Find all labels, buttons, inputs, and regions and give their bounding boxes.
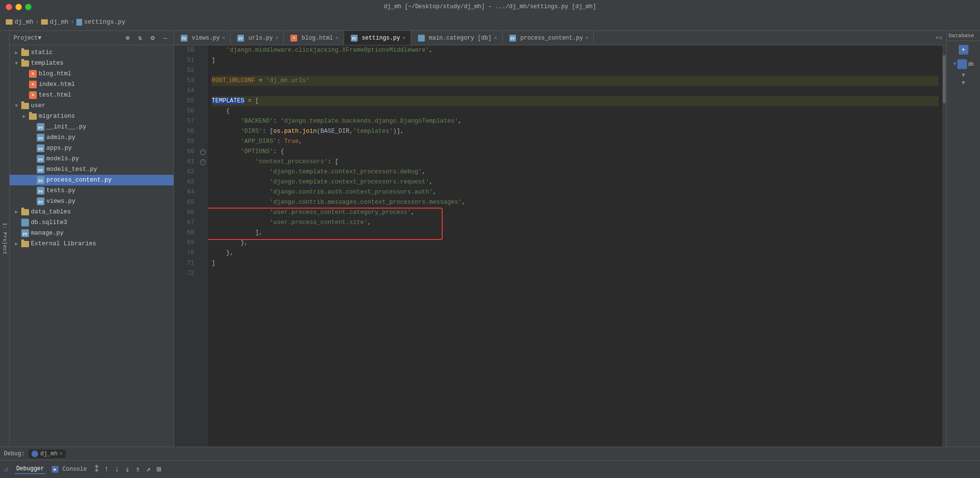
step-out-btn[interactable]: ⇑	[136, 464, 141, 474]
step-down-btn[interactable]: ↓	[115, 465, 119, 474]
folder-icon-data-tables	[21, 209, 29, 215]
gutter-60[interactable]	[198, 147, 208, 157]
gutter-65	[198, 197, 208, 208]
tab-close-blog[interactable]: ×	[335, 35, 339, 41]
tab-close-settings[interactable]: ×	[403, 35, 406, 41]
tab-close-urls[interactable]: ×	[275, 35, 279, 41]
folder-icon-user	[21, 103, 29, 109]
collapse-icon-60[interactable]	[200, 149, 206, 155]
tab-console[interactable]: Console	[60, 465, 88, 474]
tree-item-index-html[interactable]: H index.html	[10, 79, 173, 90]
editor-area: py views.py × py urls.py × H blog.html ×…	[174, 31, 946, 447]
bottom-panel: Debug: dj_mh × ↺ Debugger ▶ Console ⁑ ↑ …	[0, 447, 980, 478]
tree-item-manage[interactable]: py manage.py	[10, 228, 173, 239]
code-editor[interactable]: 50 51 52 53 54 55 56 57 58 59 60 61 62 6…	[174, 45, 946, 447]
db-icon-sqlite3	[21, 219, 29, 226]
sync-icon[interactable]: ⇅	[136, 34, 144, 42]
gutter-72	[198, 268, 208, 279]
code-line-70: },	[212, 248, 938, 258]
tree-item-init[interactable]: py __init__.py	[10, 122, 173, 132]
tab-main-category[interactable]: main.category [db] ×	[411, 31, 503, 45]
tree-arrow-static	[14, 50, 19, 56]
gutter-61[interactable]	[198, 157, 208, 167]
step-into-btn[interactable]: ⇓	[125, 464, 130, 474]
html-icon-index: H	[29, 81, 37, 88]
step-over-btn[interactable]: ⁑	[95, 464, 99, 474]
tree-item-migrations[interactable]: migrations	[10, 111, 173, 122]
tree-item-external-libs[interactable]: External Libraries	[10, 239, 173, 249]
code-line-58: 'DIRS': [os.path.join(BASE_DIR,'template…	[212, 127, 938, 137]
tab-close-process[interactable]: ×	[585, 35, 589, 41]
scrollbar-thumb[interactable]	[943, 55, 946, 103]
code-content[interactable]: 'django.middleware.clickjacking.XFrameOp…	[208, 45, 942, 447]
gutter-58	[198, 127, 208, 137]
debug-session[interactable]: dj_mh ×	[29, 450, 66, 458]
tab-close-views[interactable]: ×	[222, 35, 226, 41]
tree-item-db-sqlite3[interactable]: db.sqlite3	[10, 217, 173, 228]
tab-process-content[interactable]: py process_content.py ×	[503, 31, 594, 45]
recent-files-icon[interactable]: ▾≡	[936, 34, 942, 42]
collapse-icon-61[interactable]	[200, 159, 206, 165]
close-button[interactable]	[6, 4, 12, 10]
window-title: dj_mh [~/Desktop/study/dj_mh] – .../dj_m…	[384, 3, 596, 10]
add-content-icon[interactable]: ⊕	[123, 34, 132, 42]
breadcrumb-item-3[interactable]: settings.py	[76, 18, 126, 26]
code-line-59: 'APP_DIRS': True,	[212, 137, 938, 147]
code-gutter	[198, 45, 208, 447]
tab-blog-html[interactable]: H blog.html ×	[284, 31, 344, 45]
tree-item-user[interactable]: user	[10, 100, 173, 111]
tree-item-tests[interactable]: py tests.py	[10, 185, 173, 196]
py-icon-views: py	[37, 197, 44, 205]
py-icon-models-test: py	[37, 166, 44, 173]
tree-item-apps[interactable]: py apps.py	[10, 143, 173, 154]
vertical-project-tab[interactable]: 1: Project	[0, 31, 10, 447]
gutter-59	[198, 137, 208, 147]
breadcrumb-item-2[interactable]: dj_mh	[41, 18, 69, 26]
breadcrumb-item-1[interactable]: dj_mh	[6, 18, 33, 26]
console-tab-container: ▶ Console	[52, 465, 88, 474]
minimize-button[interactable]	[15, 4, 22, 10]
add-db-button[interactable]: +	[959, 45, 968, 55]
tree-item-test-html[interactable]: H test.html	[10, 90, 173, 100]
refresh-icon[interactable]: ↺	[4, 464, 9, 474]
minimize-panel-icon[interactable]: –	[161, 34, 170, 42]
step-right-btn[interactable]: ↗	[146, 464, 151, 474]
code-line-68: ],	[212, 228, 938, 238]
folder-icon-external-libs	[21, 241, 29, 247]
folder-icon-static	[21, 50, 29, 56]
tab-views-py[interactable]: py views.py ×	[174, 31, 231, 45]
tree-item-data-tables[interactable]: data_tables	[10, 207, 173, 217]
gutter-50	[198, 45, 208, 56]
tab-settings-py[interactable]: py settings.py ×	[344, 31, 411, 45]
debug-session-close[interactable]: ×	[59, 451, 63, 457]
settings-icon[interactable]: ⚙	[148, 34, 157, 42]
tree-item-models[interactable]: py models.py	[10, 154, 173, 164]
window-controls[interactable]	[6, 4, 31, 10]
scrollbar-track[interactable]	[942, 45, 946, 447]
code-line-57: 'BACKEND': 'django.template.backends.dja…	[212, 116, 938, 127]
main-area: 1: Project Project▼ ⊕ ⇅ ⚙ – static templ…	[0, 31, 980, 447]
sidebar-title[interactable]: Project▼	[14, 35, 119, 42]
tree-item-process-content[interactable]: py process_content.py	[10, 175, 173, 185]
tab-debugger[interactable]: Debugger	[14, 464, 46, 474]
gutter-55	[198, 96, 208, 106]
folder-icon	[6, 19, 13, 25]
tab-icon-urls: py	[237, 35, 244, 42]
tree-item-views[interactable]: py views.py	[10, 196, 173, 207]
tree-item-static[interactable]: static	[10, 47, 173, 58]
maximize-button[interactable]	[25, 4, 31, 10]
tree-item-templates[interactable]: templates	[10, 58, 173, 69]
tab-urls-py[interactable]: py urls.py ×	[231, 31, 284, 45]
console-arrow-icon: ▶	[52, 466, 58, 473]
tab-close-db[interactable]: ×	[494, 35, 497, 41]
code-line-69: },	[212, 238, 938, 248]
tree-item-models-test[interactable]: py models_test.py	[10, 164, 173, 175]
tree-item-blog-html[interactable]: H blog.html	[10, 69, 173, 79]
step-up-btn[interactable]: ↑	[104, 465, 109, 474]
tree-item-admin[interactable]: py admin.py	[10, 132, 173, 143]
tab-icon-settings: py	[351, 35, 358, 42]
console-toolbar: ↺ Debugger ▶ Console ⁑ ↑ ↓ ⇓ ⇑ ↗ ⊞	[0, 461, 980, 478]
code-line-55: TEMPLATES = [	[212, 96, 938, 106]
table-view-btn[interactable]: ⊞	[157, 464, 161, 474]
code-line-72	[212, 268, 938, 279]
